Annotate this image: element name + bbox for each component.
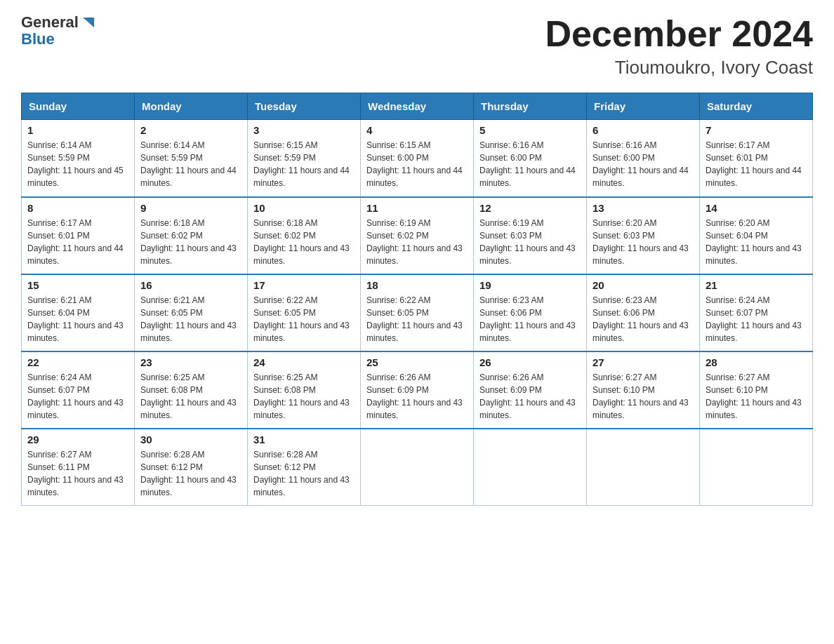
calendar-day-cell: 14Sunrise: 6:20 AMSunset: 6:04 PMDayligh…	[700, 197, 813, 274]
day-info: Sunrise: 6:23 AMSunset: 6:06 PMDaylight:…	[593, 294, 694, 344]
calendar-week-row: 15Sunrise: 6:21 AMSunset: 6:04 PMDayligh…	[22, 274, 813, 351]
calendar-day-cell: 17Sunrise: 6:22 AMSunset: 6:05 PMDayligh…	[248, 274, 361, 351]
calendar-header-row: SundayMondayTuesdayWednesdayThursdayFrid…	[22, 93, 813, 120]
day-info: Sunrise: 6:20 AMSunset: 6:04 PMDaylight:…	[706, 217, 807, 267]
logo-blue: Blue	[21, 31, 55, 48]
calendar-day-cell: 20Sunrise: 6:23 AMSunset: 6:06 PMDayligh…	[587, 274, 700, 351]
day-number: 9	[140, 202, 241, 214]
calendar-day-cell: 15Sunrise: 6:21 AMSunset: 6:04 PMDayligh…	[22, 274, 135, 351]
day-info: Sunrise: 6:14 AMSunset: 5:59 PMDaylight:…	[140, 139, 241, 189]
svg-marker-0	[83, 18, 94, 27]
day-number: 1	[27, 124, 128, 136]
col-header-saturday: Saturday	[700, 93, 813, 120]
calendar-day-cell: 26Sunrise: 6:26 AMSunset: 6:09 PMDayligh…	[474, 351, 587, 429]
calendar-day-cell	[474, 429, 587, 506]
calendar-day-cell	[361, 429, 474, 506]
calendar-day-cell: 8Sunrise: 6:17 AMSunset: 6:01 PMDaylight…	[22, 197, 135, 274]
calendar-day-cell: 11Sunrise: 6:19 AMSunset: 6:02 PMDayligh…	[361, 197, 474, 274]
calendar-week-row: 1Sunrise: 6:14 AMSunset: 5:59 PMDaylight…	[22, 120, 813, 197]
col-header-tuesday: Tuesday	[248, 93, 361, 120]
day-number: 18	[366, 279, 468, 291]
day-number: 16	[140, 279, 241, 291]
day-number: 22	[27, 356, 128, 368]
day-info: Sunrise: 6:19 AMSunset: 6:03 PMDaylight:…	[479, 217, 581, 267]
calendar-day-cell: 10Sunrise: 6:18 AMSunset: 6:02 PMDayligh…	[248, 197, 361, 274]
title-block: December 2024 Tioumoukro, Ivory Coast	[545, 14, 813, 79]
day-number: 6	[593, 124, 694, 136]
logo-general: General	[21, 14, 79, 31]
col-header-thursday: Thursday	[474, 93, 587, 120]
day-info: Sunrise: 6:27 AMSunset: 6:11 PMDaylight:…	[27, 448, 128, 499]
day-number: 15	[27, 279, 128, 291]
col-header-sunday: Sunday	[22, 93, 135, 120]
calendar-day-cell: 30Sunrise: 6:28 AMSunset: 6:12 PMDayligh…	[135, 429, 248, 506]
day-info: Sunrise: 6:24 AMSunset: 6:07 PMDaylight:…	[27, 371, 128, 422]
day-number: 4	[366, 124, 468, 136]
day-info: Sunrise: 6:28 AMSunset: 6:12 PMDaylight:…	[140, 448, 241, 499]
day-info: Sunrise: 6:24 AMSunset: 6:07 PMDaylight:…	[706, 294, 807, 344]
calendar-day-cell: 6Sunrise: 6:16 AMSunset: 6:00 PMDaylight…	[587, 120, 700, 197]
day-number: 20	[593, 279, 694, 291]
logo: General Blue	[21, 14, 95, 48]
day-number: 26	[479, 356, 581, 368]
calendar-day-cell: 13Sunrise: 6:20 AMSunset: 6:03 PMDayligh…	[587, 197, 700, 274]
calendar-day-cell: 18Sunrise: 6:22 AMSunset: 6:05 PMDayligh…	[361, 274, 474, 351]
logo-triangle-icon	[80, 15, 95, 30]
calendar-day-cell: 16Sunrise: 6:21 AMSunset: 6:05 PMDayligh…	[135, 274, 248, 351]
calendar-day-cell: 22Sunrise: 6:24 AMSunset: 6:07 PMDayligh…	[22, 351, 135, 429]
calendar-day-cell: 12Sunrise: 6:19 AMSunset: 6:03 PMDayligh…	[474, 197, 587, 274]
day-info: Sunrise: 6:16 AMSunset: 6:00 PMDaylight:…	[593, 139, 694, 189]
day-number: 2	[140, 124, 241, 136]
calendar-day-cell	[587, 429, 700, 506]
day-info: Sunrise: 6:21 AMSunset: 6:04 PMDaylight:…	[27, 294, 128, 344]
col-header-monday: Monday	[135, 93, 248, 120]
day-number: 23	[140, 356, 241, 368]
day-info: Sunrise: 6:15 AMSunset: 6:00 PMDaylight:…	[366, 139, 468, 189]
calendar-day-cell: 31Sunrise: 6:28 AMSunset: 6:12 PMDayligh…	[248, 429, 361, 506]
day-number: 13	[593, 202, 694, 214]
day-number: 14	[706, 202, 807, 214]
day-number: 8	[27, 202, 128, 214]
col-header-wednesday: Wednesday	[361, 93, 474, 120]
calendar-title: December 2024	[545, 14, 813, 54]
calendar-day-cell	[700, 429, 813, 506]
day-info: Sunrise: 6:14 AMSunset: 5:59 PMDaylight:…	[27, 139, 128, 189]
day-number: 28	[706, 356, 807, 368]
day-info: Sunrise: 6:18 AMSunset: 6:02 PMDaylight:…	[253, 217, 355, 267]
day-number: 29	[27, 434, 128, 445]
day-number: 30	[140, 434, 241, 445]
day-number: 11	[366, 202, 468, 214]
col-header-friday: Friday	[587, 93, 700, 120]
calendar-day-cell: 1Sunrise: 6:14 AMSunset: 5:59 PMDaylight…	[22, 120, 135, 197]
calendar-day-cell: 3Sunrise: 6:15 AMSunset: 5:59 PMDaylight…	[248, 120, 361, 197]
calendar-table: SundayMondayTuesdayWednesdayThursdayFrid…	[21, 93, 813, 506]
calendar-day-cell: 21Sunrise: 6:24 AMSunset: 6:07 PMDayligh…	[700, 274, 813, 351]
day-info: Sunrise: 6:21 AMSunset: 6:05 PMDaylight:…	[140, 294, 241, 344]
day-info: Sunrise: 6:18 AMSunset: 6:02 PMDaylight:…	[140, 217, 241, 267]
calendar-subtitle: Tioumoukro, Ivory Coast	[545, 57, 813, 79]
day-number: 17	[253, 279, 355, 291]
calendar-day-cell: 28Sunrise: 6:27 AMSunset: 6:10 PMDayligh…	[700, 351, 813, 429]
day-number: 7	[706, 124, 807, 136]
day-number: 3	[253, 124, 355, 136]
day-info: Sunrise: 6:23 AMSunset: 6:06 PMDaylight:…	[479, 294, 581, 344]
calendar-day-cell: 2Sunrise: 6:14 AMSunset: 5:59 PMDaylight…	[135, 120, 248, 197]
day-number: 21	[706, 279, 807, 291]
day-info: Sunrise: 6:16 AMSunset: 6:00 PMDaylight:…	[479, 139, 581, 189]
day-info: Sunrise: 6:17 AMSunset: 6:01 PMDaylight:…	[706, 139, 807, 189]
day-info: Sunrise: 6:20 AMSunset: 6:03 PMDaylight:…	[593, 217, 694, 267]
calendar-day-cell: 25Sunrise: 6:26 AMSunset: 6:09 PMDayligh…	[361, 351, 474, 429]
day-number: 31	[253, 434, 355, 445]
day-info: Sunrise: 6:25 AMSunset: 6:08 PMDaylight:…	[253, 371, 355, 422]
calendar-day-cell: 23Sunrise: 6:25 AMSunset: 6:08 PMDayligh…	[135, 351, 248, 429]
day-info: Sunrise: 6:19 AMSunset: 6:02 PMDaylight:…	[366, 217, 468, 267]
calendar-day-cell: 24Sunrise: 6:25 AMSunset: 6:08 PMDayligh…	[248, 351, 361, 429]
day-number: 25	[366, 356, 468, 368]
day-number: 24	[253, 356, 355, 368]
day-info: Sunrise: 6:26 AMSunset: 6:09 PMDaylight:…	[479, 371, 581, 422]
day-number: 27	[593, 356, 694, 368]
day-info: Sunrise: 6:28 AMSunset: 6:12 PMDaylight:…	[253, 448, 355, 499]
calendar-day-cell: 27Sunrise: 6:27 AMSunset: 6:10 PMDayligh…	[587, 351, 700, 429]
calendar-day-cell: 9Sunrise: 6:18 AMSunset: 6:02 PMDaylight…	[135, 197, 248, 274]
day-info: Sunrise: 6:17 AMSunset: 6:01 PMDaylight:…	[27, 217, 128, 267]
